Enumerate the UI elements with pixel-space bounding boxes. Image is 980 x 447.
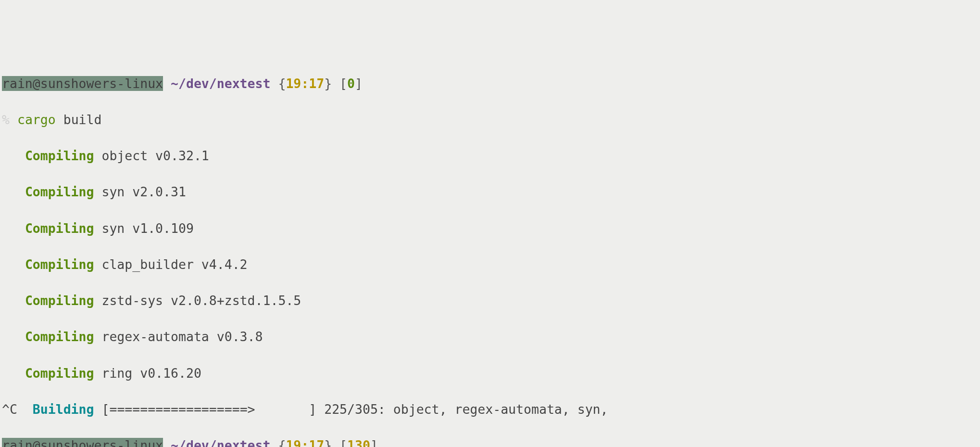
compiling-verb: Compiling	[25, 221, 94, 236]
progress-bar-open: [	[101, 402, 109, 417]
cmd-cargo: cargo	[17, 112, 56, 127]
compiling-verb: Compiling	[25, 329, 94, 344]
building-verb: Building	[33, 402, 94, 417]
crate: clap_builder v4.4.2	[101, 257, 247, 272]
crate: zstd-sys v2.0.8+zstd.1.5.5	[101, 293, 301, 308]
compile-line: Compiling object v0.32.1	[2, 147, 978, 165]
exit-code: 0	[347, 76, 355, 91]
crate: ring v0.16.20	[101, 366, 201, 381]
compile-line: Compiling syn v1.0.109	[2, 219, 978, 238]
compiling-verb: Compiling	[25, 148, 94, 163]
cwd: ~/dev/nextest	[171, 438, 270, 447]
progress-count: 225/305:	[324, 402, 386, 417]
prompt-symbol: %	[2, 112, 10, 127]
building-line: ^C Building [==================> ] 225/3…	[2, 400, 978, 419]
exit-code: 130	[347, 438, 370, 447]
progress-bar-space	[255, 402, 309, 417]
crate: syn v1.0.109	[101, 221, 193, 236]
prompt-line-2: rain@sunshowers-linux ~/dev/nextest {19:…	[2, 436, 978, 447]
compiling-verb: Compiling	[25, 293, 94, 308]
ctrl-c: ^C	[2, 402, 17, 417]
brace-close: }	[324, 76, 332, 91]
userhost: rain@sunshowers-linux	[2, 438, 163, 447]
cmd-arg: build	[63, 112, 102, 127]
bracket-close: ]	[355, 76, 363, 91]
bracket-close: ]	[370, 438, 378, 447]
compiling-verb: Compiling	[25, 257, 94, 272]
time: 19:17	[286, 438, 324, 447]
compile-line: Compiling syn v2.0.31	[2, 183, 978, 201]
brace-open: {	[278, 76, 286, 91]
bracket-open: [	[339, 76, 347, 91]
crate: object v0.32.1	[101, 148, 209, 163]
cwd: ~/dev/nextest	[171, 76, 270, 91]
compile-line: Compiling regex-automata v0.3.8	[2, 328, 978, 346]
command-line[interactable]: % cargo build	[2, 111, 978, 129]
progress-bar-fill: ==================>	[109, 402, 255, 417]
compiling-verb: Compiling	[25, 366, 94, 381]
brace-close: }	[324, 438, 332, 447]
compiling-verb: Compiling	[25, 184, 94, 199]
userhost: rain@sunshowers-linux	[2, 76, 163, 91]
progress-bar-close: ]	[309, 402, 316, 417]
brace-open: {	[278, 438, 286, 447]
compile-line: Compiling zstd-sys v2.0.8+zstd.1.5.5	[2, 292, 978, 310]
compile-line: Compiling clap_builder v4.4.2	[2, 255, 978, 274]
progress-tail: object, regex-automata, syn,	[393, 402, 608, 417]
bracket-open: [	[339, 438, 347, 447]
compile-line: Compiling ring v0.16.20	[2, 364, 978, 383]
crate: regex-automata v0.3.8	[101, 329, 263, 344]
time: 19:17	[286, 76, 324, 91]
prompt-line-1: rain@sunshowers-linux ~/dev/nextest {19:…	[2, 75, 978, 93]
crate: syn v2.0.31	[101, 184, 186, 199]
